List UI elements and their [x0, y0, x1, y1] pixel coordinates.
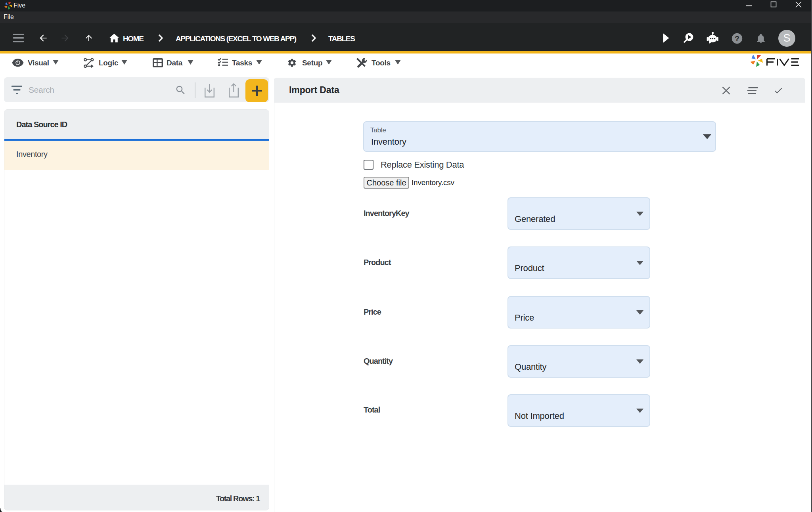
svg-text:?: ? — [735, 34, 739, 43]
